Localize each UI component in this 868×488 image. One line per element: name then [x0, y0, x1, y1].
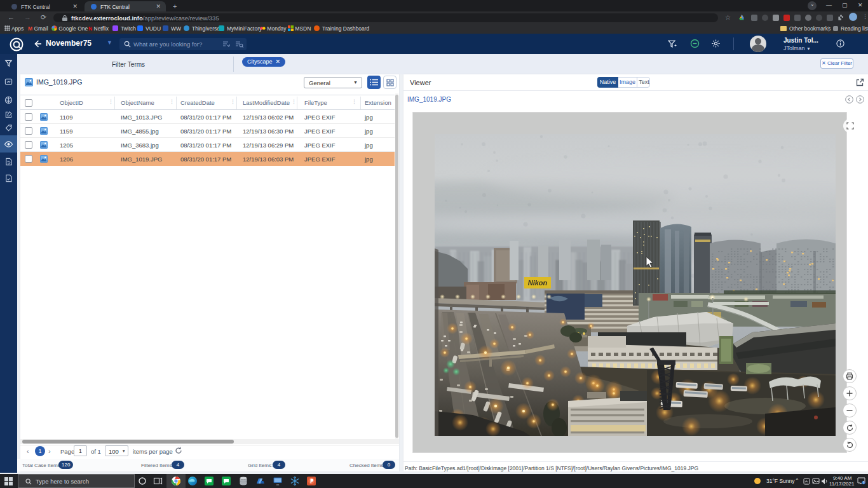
svg-text:Nikon: Nikon: [528, 279, 548, 287]
